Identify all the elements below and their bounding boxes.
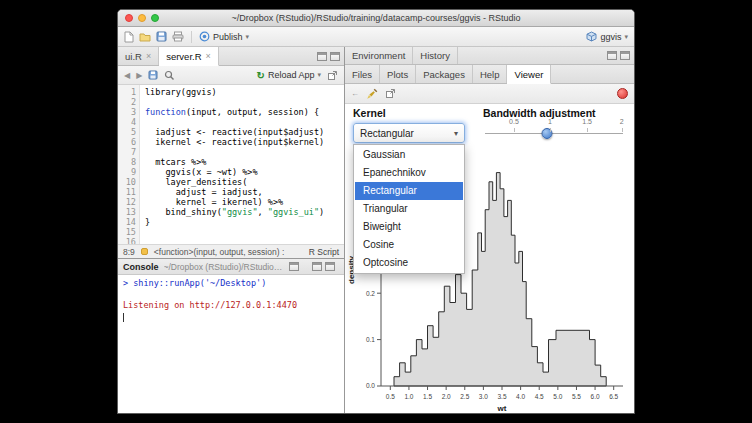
dropdown-option[interactable]: Gaussian <box>355 146 463 164</box>
search-in-file-icon[interactable] <box>164 70 175 81</box>
code-segment: "ggvis_ui" <box>268 207 319 217</box>
code-editor[interactable]: 12345678910111213141516 library(ggvis) f… <box>118 85 344 244</box>
project-menu-button[interactable]: ggvis ▾ <box>586 31 628 42</box>
editor-code[interactable]: library(ggvis) function(input, output, s… <box>140 85 344 244</box>
main-area: ui.R×server.R× ◀ ▶ ↻ Reload App <box>118 47 634 413</box>
print-button[interactable] <box>172 31 184 42</box>
file-type-label[interactable]: R Script <box>309 247 339 257</box>
code-segment: bind_shiny( <box>145 207 222 217</box>
code-segment: adjust = iadjust, <box>145 187 263 197</box>
zoom-window-button[interactable] <box>151 14 159 22</box>
bandwidth-slider[interactable]: 0.511.52 <box>485 118 623 146</box>
tab-files[interactable]: Files <box>345 65 380 83</box>
tab-viewer[interactable]: Viewer <box>507 65 551 84</box>
stop-app-button[interactable] <box>617 88 628 99</box>
broom-icon[interactable] <box>366 88 378 100</box>
minimize-pane-icon[interactable] <box>607 51 617 60</box>
maximize-pane-icon[interactable] <box>330 52 340 61</box>
line-number: 3 <box>118 107 136 117</box>
console-output[interactable]: > shiny::runApp('~/Desktop') Listening o… <box>118 275 344 413</box>
save-icon[interactable] <box>148 70 158 80</box>
minimize-pane-icon[interactable] <box>317 52 327 61</box>
code-segment: layer_densities( <box>145 177 247 187</box>
new-file-button[interactable] <box>124 31 134 43</box>
dropdown-option[interactable]: Rectangular <box>355 182 463 200</box>
viewer-back-icon[interactable]: ← <box>351 89 359 98</box>
editor-gutter: 12345678910111213141516 <box>118 85 140 244</box>
maximize-pane-icon[interactable] <box>620 51 630 60</box>
save-icon <box>156 31 167 42</box>
dropdown-option[interactable]: Cosine <box>355 236 463 254</box>
code-line: layer_densities( <box>145 177 344 187</box>
new-file-icon <box>124 31 134 43</box>
titlebar[interactable]: ~/Dropbox (RStudio)/RStudio/training/dat… <box>118 10 634 27</box>
line-number: 15 <box>118 227 136 237</box>
code-segment: iadjust <- reactive(input$adjust) <box>145 127 324 137</box>
console-header: Console ~/Dropbox (RStudio)/RStudio/trai… <box>118 259 344 275</box>
x-tick-label: 4.5 <box>535 393 544 400</box>
tab-environment[interactable]: Environment <box>345 47 413 64</box>
close-icon[interactable]: × <box>146 51 151 61</box>
viewer-tabs: FilesPlotsPackagesHelpViewer <box>345 65 551 83</box>
slider-tick-label: 0.5 <box>509 118 519 125</box>
source-tabbar: ui.R×server.R× <box>118 47 344 66</box>
dropdown-option[interactable]: Optcosine <box>355 254 463 272</box>
scope-label[interactable]: <function>(input, output, session) : <box>154 247 284 257</box>
kernel-select[interactable]: Rectangular ▾ <box>353 123 465 143</box>
line-number: 12 <box>118 197 136 207</box>
editor-statusbar: 8:9 <function>(input, output, session) :… <box>118 244 344 258</box>
code-segment: ) <box>319 207 324 217</box>
tab-plots[interactable]: Plots <box>380 65 416 83</box>
left-column: ui.R×server.R× ◀ ▶ ↻ Reload App <box>118 47 345 413</box>
maximize-pane-icon[interactable] <box>325 262 335 271</box>
close-icon[interactable]: × <box>206 51 211 61</box>
console-popout-icon[interactable] <box>289 262 299 271</box>
console-line: > shiny::runApp('~/Desktop') <box>123 278 339 289</box>
minimize-window-button[interactable] <box>138 14 146 22</box>
slider-tick-label: 2 <box>620 118 624 125</box>
line-number: 6 <box>118 137 136 147</box>
desktop-background: ~/Dropbox (RStudio)/RStudio/training/dat… <box>0 0 752 423</box>
slider-handle[interactable] <box>542 128 553 139</box>
console-working-directory: ~/Dropbox (RStudio)/RStudio/training/dat… <box>164 262 284 272</box>
project-label: ggvis <box>600 32 621 42</box>
open-new-window-icon[interactable] <box>385 88 396 99</box>
reload-app-button[interactable]: ↻ Reload App ▾ <box>257 70 321 81</box>
x-tick-label: 5.0 <box>553 393 562 400</box>
back-icon[interactable]: ◀ <box>124 71 130 80</box>
x-tick-label: 4.0 <box>516 393 525 400</box>
tab-help[interactable]: Help <box>473 65 508 83</box>
viewer-pane: FilesPlotsPackagesHelpViewer ← Kernel Re… <box>345 65 634 413</box>
forward-icon[interactable]: ▶ <box>136 71 142 80</box>
window-title: ~/Dropbox (RStudio)/RStudio/training/dat… <box>118 13 634 23</box>
minimize-pane-icon[interactable] <box>312 262 322 271</box>
dropdown-option[interactable]: Epanechnikov <box>355 164 463 182</box>
tab-ui.R[interactable]: ui.R× <box>118 47 159 65</box>
x-axis-title: wt <box>497 404 507 413</box>
open-new-window-icon[interactable] <box>327 70 338 81</box>
slider-track[interactable] <box>485 133 623 134</box>
tab-history[interactable]: History <box>413 47 458 64</box>
dropdown-option[interactable]: Biweight <box>355 218 463 236</box>
tab-label: server.R <box>166 51 201 62</box>
environment-tabs: EnvironmentHistory <box>345 47 458 64</box>
close-window-button[interactable] <box>125 14 133 22</box>
code-segment: , <box>258 207 268 217</box>
rstudio-window: ~/Dropbox (RStudio)/RStudio/training/dat… <box>117 9 635 414</box>
toolbar-separator <box>191 31 192 43</box>
source-tabs: ui.R×server.R× <box>118 47 219 65</box>
save-button[interactable] <box>156 31 167 42</box>
window-controls <box>125 14 159 22</box>
tab-server.R[interactable]: server.R× <box>159 47 219 66</box>
line-number: 14 <box>118 217 136 227</box>
line-number: 5 <box>118 127 136 137</box>
tab-packages[interactable]: Packages <box>416 65 473 83</box>
open-file-button[interactable] <box>139 32 151 42</box>
publish-button[interactable]: Publish ▾ <box>199 31 249 42</box>
print-icon <box>172 31 184 42</box>
dropdown-option[interactable]: Triangular <box>355 200 463 218</box>
environment-tabbar: EnvironmentHistory <box>345 47 634 65</box>
console-title[interactable]: Console <box>123 262 159 272</box>
code-line: mtcars %>% <box>145 157 344 167</box>
code-line <box>145 227 344 237</box>
